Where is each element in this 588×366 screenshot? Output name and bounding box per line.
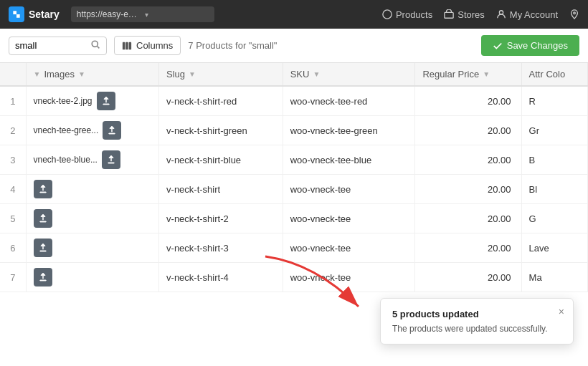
save-changes-button[interactable]: Save Changes bbox=[481, 35, 579, 56]
col-price-label: Regular Price bbox=[422, 69, 479, 80]
brand-icon bbox=[9, 6, 24, 22]
filter-icon-sku[interactable]: ▼ bbox=[313, 70, 320, 78]
toast-close-button[interactable]: × bbox=[559, 306, 564, 317]
svg-point-2 bbox=[499, 11, 503, 14]
col-num bbox=[0, 63, 26, 86]
col-sku: SKU ▼ bbox=[283, 63, 415, 86]
cell-num: 1 bbox=[0, 86, 26, 116]
cell-sku[interactable]: woo-vneck-tee bbox=[283, 263, 415, 292]
cell-sku[interactable]: woo-vneck-tee-red bbox=[283, 86, 415, 116]
cell-attr[interactable]: Gr bbox=[521, 116, 587, 145]
cell-price[interactable]: 20.00 bbox=[415, 116, 521, 145]
upload-image-button[interactable] bbox=[34, 180, 52, 198]
col-attr: Attr Colo bbox=[521, 63, 587, 86]
upload-image-button[interactable] bbox=[97, 92, 115, 110]
columns-icon bbox=[122, 41, 132, 51]
cell-num: 2 bbox=[0, 116, 26, 145]
cell-num: 6 bbox=[0, 233, 26, 263]
stores-icon bbox=[444, 9, 454, 19]
cell-sku[interactable]: woo-vneck-tee bbox=[283, 204, 415, 233]
cell-slug[interactable]: v-neck-t-shirt-red bbox=[159, 86, 283, 116]
nav-stores-label: Stores bbox=[457, 9, 485, 20]
cell-images: vneck-tee-2.jpg bbox=[26, 86, 159, 116]
table-wrap: ▼ Images ▼ Slug ▼ SKU ▼ bbox=[0, 63, 588, 366]
nav-location-icon-area[interactable] bbox=[569, 9, 579, 19]
products-icon bbox=[382, 9, 392, 19]
upload-image-button[interactable] bbox=[34, 268, 52, 286]
cell-images bbox=[26, 263, 159, 292]
col-price: Regular Price ▼ bbox=[415, 63, 521, 86]
image-filename: vneck-tee-2.jpg bbox=[34, 96, 93, 106]
toolbar: Columns 7 Products for "small" Save Chan… bbox=[0, 29, 588, 63]
cell-num: 5 bbox=[0, 204, 26, 233]
url-bar[interactable]: https://easy-emu-geru.instawp.xyz/ ▾ bbox=[71, 6, 214, 22]
col-slug-label: Slug bbox=[166, 69, 185, 80]
cell-attr[interactable]: B bbox=[521, 145, 587, 175]
svg-rect-29 bbox=[39, 280, 46, 281]
cell-attr[interactable]: Bl bbox=[521, 175, 587, 204]
table-row: 5 v-neck-t-shirt-2 woo-vneck-tee 20.00 G bbox=[0, 204, 588, 233]
columns-button[interactable]: Columns bbox=[114, 36, 181, 55]
cell-slug[interactable]: v-neck-t-shirt-3 bbox=[159, 233, 283, 263]
location-icon bbox=[569, 9, 579, 19]
cell-slug[interactable]: v-neck-t-shirt bbox=[159, 175, 283, 204]
cell-price[interactable]: 20.00 bbox=[415, 175, 521, 204]
table-row: 3 vnech-tee-blue... v-neck-t-shirt-blue … bbox=[0, 145, 588, 175]
account-icon bbox=[496, 9, 506, 19]
svg-rect-17 bbox=[108, 163, 114, 164]
table-header-row: ▼ Images ▼ Slug ▼ SKU ▼ bbox=[0, 63, 588, 86]
upload-image-button[interactable] bbox=[34, 209, 52, 228]
cell-attr[interactable]: R bbox=[521, 86, 587, 116]
filter-icon-images2[interactable]: ▼ bbox=[78, 70, 85, 78]
upload-image-button[interactable] bbox=[102, 150, 120, 169]
cell-slug[interactable]: v-neck-t-shirt-2 bbox=[159, 204, 283, 233]
filter-icon-price[interactable]: ▼ bbox=[483, 70, 490, 78]
search-wrap[interactable] bbox=[9, 37, 107, 55]
cell-sku[interactable]: woo-vneck-tee-green bbox=[283, 116, 415, 145]
table-row: 2 vnech-tee-gree... v-neck-t-shirt-green… bbox=[0, 116, 588, 145]
nav-item-products[interactable]: Products bbox=[382, 9, 432, 20]
products-table: ▼ Images ▼ Slug ▼ SKU ▼ bbox=[0, 63, 588, 292]
cell-price[interactable]: 20.00 bbox=[415, 145, 521, 175]
cell-attr[interactable]: Ma bbox=[521, 263, 587, 292]
cell-price[interactable]: 20.00 bbox=[415, 86, 521, 116]
col-attr-label: Attr Colo bbox=[529, 69, 566, 80]
cell-price[interactable]: 20.00 bbox=[415, 263, 521, 292]
cell-sku[interactable]: woo-vneck-tee-blue bbox=[283, 145, 415, 175]
cell-num: 3 bbox=[0, 145, 26, 175]
url-text: https://easy-emu-geru.instawp.xyz/ bbox=[77, 9, 141, 19]
upload-image-button[interactable] bbox=[34, 239, 52, 257]
result-text: 7 Products for "small" bbox=[188, 40, 277, 51]
cell-price[interactable]: 20.00 bbox=[415, 233, 521, 263]
cell-price[interactable]: 20.00 bbox=[415, 204, 521, 233]
cell-attr[interactable]: Lave bbox=[521, 233, 587, 263]
svg-rect-1 bbox=[445, 12, 453, 18]
cell-slug[interactable]: v-neck-t-shirt-4 bbox=[159, 263, 283, 292]
toast-message: The products were updated successfully. bbox=[392, 324, 561, 334]
cell-slug[interactable]: v-neck-t-shirt-green bbox=[159, 116, 283, 145]
cell-num: 7 bbox=[0, 263, 26, 292]
upload-image-button[interactable] bbox=[103, 121, 121, 140]
nav-products-label: Products bbox=[396, 9, 432, 20]
cell-sku[interactable]: woo-vneck-tee bbox=[283, 233, 415, 263]
table-row: 6 v-neck-t-shirt-3 woo-vneck-tee 20.00 L… bbox=[0, 233, 588, 263]
brand-logo: Setary bbox=[9, 6, 60, 22]
search-input[interactable] bbox=[15, 40, 87, 51]
col-sku-label: SKU bbox=[290, 69, 310, 80]
search-icon[interactable] bbox=[91, 40, 100, 52]
table-body: 1 vneck-tee-2.jpg v-neck-t-shirt-red woo… bbox=[0, 86, 588, 292]
filter-icon-images[interactable]: ▼ bbox=[34, 70, 41, 78]
col-images: ▼ Images ▼ bbox=[26, 63, 159, 86]
cell-attr[interactable]: G bbox=[521, 204, 587, 233]
table-row: 7 v-neck-t-shirt-4 woo-vneck-tee 20.00 M… bbox=[0, 263, 588, 292]
cell-slug[interactable]: v-neck-t-shirt-blue bbox=[159, 145, 283, 175]
cell-sku[interactable]: woo-vneck-tee bbox=[283, 175, 415, 204]
columns-label: Columns bbox=[136, 40, 173, 51]
success-toast: 5 products updated The products were upd… bbox=[380, 298, 574, 345]
cell-num: 4 bbox=[0, 175, 26, 204]
nav-item-myaccount[interactable]: My Account bbox=[496, 9, 558, 20]
table-row: 4 v-neck-t-shirt woo-vneck-tee 20.00 Bl bbox=[0, 175, 588, 204]
nav-item-stores[interactable]: Stores bbox=[444, 9, 485, 20]
table-row: 1 vneck-tee-2.jpg v-neck-t-shirt-red woo… bbox=[0, 86, 588, 116]
filter-icon-slug[interactable]: ▼ bbox=[189, 70, 196, 78]
